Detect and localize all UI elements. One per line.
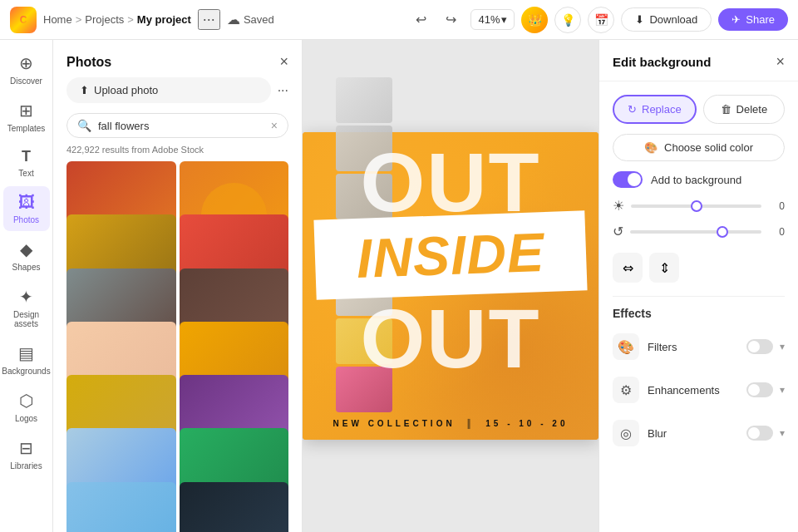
filters-icon: 🎨 bbox=[613, 333, 639, 360]
redo-button[interactable]: ↪ bbox=[437, 7, 464, 33]
download-button[interactable]: ⬇ Download bbox=[621, 7, 712, 32]
app-logo[interactable]: C bbox=[10, 7, 37, 33]
calendar-button[interactable]: 📅 bbox=[588, 7, 614, 33]
sidebar-item-logos[interactable]: ⬡ Logos bbox=[3, 384, 50, 430]
photos-icon: 🖼 bbox=[18, 193, 35, 212]
canvas-bottom-sep: ║ bbox=[466, 419, 475, 428]
blur-right: ▾ bbox=[746, 426, 785, 441]
sidebar-item-templates[interactable]: ⊞ Templates bbox=[3, 94, 50, 140]
canvas-text-inside: INSIDE bbox=[356, 221, 545, 289]
right-panel-close-button[interactable]: × bbox=[776, 53, 785, 71]
slider-thumb-1[interactable] bbox=[691, 200, 702, 212]
logo-text: C bbox=[20, 14, 27, 26]
replace-button[interactable]: ↻ Replace bbox=[613, 95, 697, 124]
shapes-icon: ◆ bbox=[20, 239, 32, 259]
filters-chevron-icon[interactable]: ▾ bbox=[780, 341, 785, 352]
download-label: Download bbox=[649, 13, 697, 26]
brightness-icon: ☀ bbox=[613, 198, 624, 214]
photos-close-button[interactable]: × bbox=[279, 53, 288, 71]
filters-row: 🎨 Filters ▾ bbox=[613, 330, 785, 363]
right-panel-content: ↻ Replace 🗑 Delete 🎨 Choose solid color … bbox=[599, 81, 798, 463]
upload-photo-button[interactable]: ⬆ Upload photo bbox=[66, 77, 271, 103]
enhancements-left: ⚙ Enhancements bbox=[613, 377, 720, 403]
slider-thumb-2[interactable] bbox=[717, 226, 728, 238]
saved-indicator: ☁ Saved bbox=[227, 12, 274, 27]
zoom-control[interactable]: 41% ▾ bbox=[470, 9, 515, 30]
slider-2[interactable] bbox=[630, 230, 761, 234]
photo-item[interactable] bbox=[180, 482, 289, 532]
breadcrumb-home[interactable]: Home bbox=[43, 13, 72, 26]
share-button[interactable]: ✈ Share bbox=[718, 8, 788, 31]
enhancements-chevron-icon[interactable]: ▾ bbox=[780, 384, 785, 396]
blur-toggle[interactable] bbox=[746, 426, 773, 441]
sidebar-item-label: Design assets bbox=[8, 310, 45, 328]
filters-toggle[interactable] bbox=[746, 339, 773, 354]
color-palette-icon: 🎨 bbox=[644, 141, 658, 154]
sidebar-item-design-assets[interactable]: ✦ Design assets bbox=[3, 280, 50, 335]
action-buttons: ↻ Replace 🗑 Delete bbox=[613, 95, 785, 124]
left-sidebar: ⊕ Discover ⊞ Templates T Text 🖼 Photos ◆… bbox=[0, 40, 53, 532]
sidebar-item-shapes[interactable]: ◆ Shapes bbox=[3, 233, 50, 278]
photos-header: Photos × bbox=[53, 40, 302, 77]
add-to-background-toggle[interactable] bbox=[613, 171, 643, 188]
upload-label: Upload photo bbox=[94, 84, 158, 96]
search-input[interactable] bbox=[98, 120, 264, 132]
replace-icon: ↻ bbox=[628, 103, 637, 116]
download-icon: ⬇ bbox=[635, 13, 644, 26]
search-bar: 🔍 × bbox=[66, 113, 288, 138]
right-panel-title: Edit background bbox=[613, 55, 711, 69]
enhancements-icon: ⚙ bbox=[613, 377, 639, 403]
sidebar-item-backgrounds[interactable]: ▤ Backgrounds bbox=[3, 337, 50, 382]
undo-button[interactable]: ↩ bbox=[407, 7, 434, 33]
flip-horizontal-button[interactable]: ⇔ bbox=[613, 253, 643, 283]
upload-icon: ⬆ bbox=[80, 84, 89, 96]
solid-color-label: Choose solid color bbox=[664, 141, 753, 154]
breadcrumb-projects[interactable]: Projects bbox=[85, 13, 124, 26]
saved-label: Saved bbox=[244, 13, 274, 26]
slider-1[interactable] bbox=[631, 204, 761, 208]
breadcrumb-sep2: > bbox=[127, 13, 134, 26]
undo-redo-group: ↩ ↪ bbox=[407, 7, 464, 33]
add-to-bg-label: Add to background bbox=[651, 174, 741, 186]
enhancements-toggle[interactable] bbox=[746, 382, 773, 397]
sidebar-item-libraries[interactable]: ⊟ Libraries bbox=[3, 431, 50, 477]
sidebar-item-photos[interactable]: 🖼 Photos bbox=[3, 186, 50, 231]
canvas-bottom-dates: 15 - 10 - 20 bbox=[485, 419, 568, 428]
icon-action-row: ⇔ ⇕ bbox=[613, 249, 785, 286]
photo-item[interactable] bbox=[66, 482, 176, 532]
blur-chevron-icon[interactable]: ▾ bbox=[780, 427, 785, 439]
breadcrumb-current: My project bbox=[137, 13, 191, 26]
more-options-button[interactable]: ··· bbox=[198, 9, 220, 30]
canvas-inside-container: INSIDE bbox=[315, 215, 586, 295]
sidebar-item-label: Libraries bbox=[10, 461, 42, 470]
topbar: C Home > Projects > My project ··· ☁ Sav… bbox=[0, 0, 798, 40]
search-icon: 🔍 bbox=[77, 119, 91, 132]
blur-icon: ◎ bbox=[613, 420, 639, 446]
flip-vertical-button[interactable]: ⇕ bbox=[649, 253, 679, 283]
photos-more-button[interactable]: ··· bbox=[278, 83, 288, 98]
thumbnail-item[interactable] bbox=[336, 77, 392, 123]
photos-grid: 👑 👑 👑 bbox=[53, 161, 302, 532]
canvas-bottom-text: NEW COLLECTION bbox=[333, 419, 456, 428]
results-info: 422,922 results from Adobe Stock bbox=[53, 145, 302, 161]
sidebar-item-label: Discover bbox=[10, 76, 42, 86]
divider bbox=[613, 296, 785, 297]
design-assets-icon: ✦ bbox=[19, 287, 33, 307]
filters-left: 🎨 Filters bbox=[613, 333, 677, 360]
sidebar-item-discover[interactable]: ⊕ Discover bbox=[3, 47, 50, 92]
add-to-background-row: Add to background bbox=[613, 171, 785, 188]
sidebar-item-label: Logos bbox=[15, 414, 37, 423]
delete-icon: 🗑 bbox=[721, 103, 732, 116]
photos-actions: ⬆ Upload photo ··· bbox=[53, 77, 302, 113]
right-panel-header: Edit background × bbox=[599, 40, 798, 81]
sidebar-item-text[interactable]: T Text bbox=[3, 141, 50, 185]
choose-solid-color-button[interactable]: 🎨 Choose solid color bbox=[613, 134, 785, 161]
user-avatar[interactable]: 👑 bbox=[521, 7, 548, 33]
blur-left: ◎ Blur bbox=[613, 420, 667, 446]
slider-value-1: 0 bbox=[768, 200, 785, 212]
delete-button[interactable]: 🗑 Delete bbox=[703, 95, 785, 124]
lamp-button[interactable]: 💡 bbox=[554, 7, 581, 33]
search-clear-button[interactable]: × bbox=[271, 119, 278, 132]
canvas-bottom-row: NEW COLLECTION ║ 15 - 10 - 20 bbox=[303, 419, 598, 428]
canvas-area: OUT INSIDE OUT NEW COLLECTION ║ 15 - 10 … bbox=[303, 40, 598, 532]
